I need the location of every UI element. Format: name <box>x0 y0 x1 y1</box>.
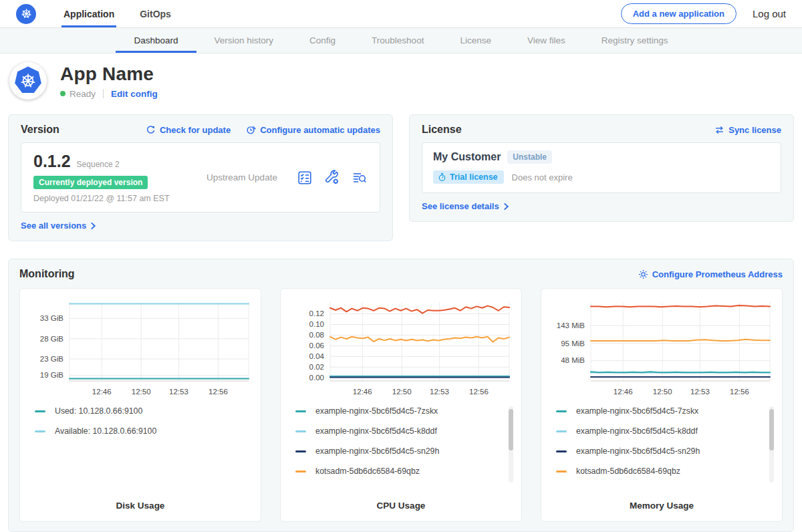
disk-usage-legend: Used: 10.128.0.66:9100Available: 10.128.… <box>35 406 253 446</box>
svg-text:19 GiB: 19 GiB <box>40 371 63 379</box>
svg-text:0.06: 0.06 <box>309 342 324 350</box>
legend-label: kotsadm-5db6dc6584-69qbz <box>315 467 420 476</box>
legend-dash-icon <box>295 410 306 412</box>
svg-text:12:53: 12:53 <box>430 388 449 396</box>
legend-label: Available: 10.128.0.66:9100 <box>55 426 156 436</box>
top-tab-gitops[interactable]: GitOps <box>138 0 173 27</box>
page-title: App Name <box>60 63 158 85</box>
legend-item: Used: 10.128.0.66:9100 <box>35 406 242 416</box>
legend-label: kotsadm-5db6dc6584-69qbz <box>576 467 680 476</box>
chevron-right-icon <box>90 222 96 230</box>
configure-prometheus-link[interactable]: Configure Prometheus Address <box>638 269 783 279</box>
wrench-gear-icon <box>324 170 340 186</box>
preflight-checks-button[interactable] <box>297 170 313 186</box>
logout-button[interactable]: Log out <box>753 8 786 19</box>
check-for-update-link[interactable]: Check for update <box>146 124 231 135</box>
tab-license[interactable]: License <box>442 28 509 53</box>
legend-dash-icon <box>35 410 45 412</box>
kubernetes-wheel-icon <box>19 72 37 90</box>
legend-item: kotsadm-5db6dc6584-69qbz <box>295 467 503 476</box>
license-summary-card: My Customer Unstable Trial license <box>422 142 781 193</box>
deployed-timestamp: Deployed 01/21/22 @ 11:57 am EST <box>33 194 187 203</box>
tab-troubleshoot[interactable]: Troubleshoot <box>354 28 442 53</box>
customer-name: My Customer <box>433 151 501 163</box>
svg-text:12:46: 12:46 <box>353 388 372 396</box>
legend-dash-icon <box>556 430 567 432</box>
svg-text:33 GiB: 33 GiB <box>40 314 63 322</box>
preflight-checklist-icon <box>297 170 313 186</box>
svg-text:0.08: 0.08 <box>309 331 324 339</box>
current-version-card: 0.1.2 Sequence 2 Currently deployed vers… <box>21 142 380 213</box>
app-sub-nav: Dashboard Version history Config Trouble… <box>0 28 802 53</box>
svg-text:0.10: 0.10 <box>309 320 324 328</box>
top-nav: Application GitOps Add a new application… <box>0 0 802 28</box>
app-icon <box>9 62 47 100</box>
legend-label: example-nginx-5bc6f5d4c5-7zskx <box>576 406 698 416</box>
legend-dash-icon <box>35 430 45 432</box>
status-badge: Ready <box>70 89 96 99</box>
svg-text:12:53: 12:53 <box>690 388 710 396</box>
memory-usage-legend: example-nginx-5bc6f5d4c5-7zskxexample-ng… <box>556 406 774 487</box>
memory-usage-chart: 12:4612:5012:5312:56143 MiB95 MiB48 MiB <box>549 297 774 398</box>
legend-item: example-nginx-5bc6f5d4c5-k8ddf <box>295 426 503 436</box>
legend-scrollbar[interactable] <box>509 406 513 483</box>
config-wrench-button[interactable] <box>324 170 340 186</box>
legend-item: example-nginx-5bc6f5d4c5-7zskx <box>295 406 503 416</box>
memory-usage-chart-card: 12:4612:5012:5312:56143 MiB95 MiB48 MiB … <box>541 288 783 522</box>
stopwatch-icon <box>438 172 446 182</box>
legend-item: Available: 10.128.0.66:9100 <box>35 426 242 436</box>
clock-refresh-icon <box>245 124 256 135</box>
app-header: App Name Ready Edit config <box>0 53 802 109</box>
svg-text:12:56: 12:56 <box>730 388 749 396</box>
legend-item: kotsadm-5db6dc6584-69qbz <box>556 467 763 476</box>
chart-title: CPU Usage <box>289 501 513 512</box>
deploy-logs-button[interactable] <box>352 170 368 186</box>
svg-text:12:50: 12:50 <box>392 388 412 396</box>
add-application-button[interactable]: Add a new application <box>621 3 737 24</box>
svg-text:12:53: 12:53 <box>169 388 188 396</box>
chart-title: Memory Usage <box>549 501 774 512</box>
refresh-icon <box>146 125 156 135</box>
legend-dash-icon <box>295 471 306 473</box>
configure-automatic-updates-link[interactable]: Configure automatic updates <box>245 124 380 135</box>
svg-text:95 MiB: 95 MiB <box>561 340 585 348</box>
license-panel-title: License <box>422 124 714 136</box>
see-license-details-link[interactable]: See license details <box>422 201 509 211</box>
monitoring-panel: Monitoring Configure Prometheus Address … <box>8 259 794 532</box>
top-tab-application[interactable]: Application <box>61 0 116 27</box>
legend-label: example-nginx-5bc6f5d4c5-k8ddf <box>315 426 437 436</box>
legend-scrollbar-thumb[interactable] <box>509 409 513 450</box>
legend-label: Used: 10.128.0.66:9100 <box>55 406 142 416</box>
tab-version-history[interactable]: Version history <box>196 28 292 53</box>
gear-icon <box>638 269 648 279</box>
legend-scrollbar[interactable] <box>769 406 774 483</box>
disk-usage-chart-card: 12:4612:5012:5312:5633 GiB28 GiB23 GiB19… <box>19 288 261 522</box>
top-nav-spacer <box>194 0 621 27</box>
version-source: Upstream Update <box>187 172 297 182</box>
legend-label: example-nginx-5bc6f5d4c5-sn29h <box>315 446 439 456</box>
legend-dash-icon <box>556 450 567 452</box>
legend-dash-icon <box>556 410 567 412</box>
version-panel: Version Check for update <box>8 114 393 241</box>
cpu-usage-chart: 12:4612:5012:5312:560.000.020.040.060.08… <box>289 297 513 398</box>
tab-view-files[interactable]: View files <box>509 28 583 53</box>
svg-text:143 MiB: 143 MiB <box>557 321 585 329</box>
kubernetes-wheel-icon <box>20 7 33 20</box>
tab-config[interactable]: Config <box>291 28 354 53</box>
tab-registry-settings[interactable]: Registry settings <box>583 28 686 53</box>
svg-text:12:56: 12:56 <box>469 388 489 396</box>
file-search-icon <box>352 170 368 186</box>
brand-logo[interactable] <box>16 0 36 27</box>
divider <box>103 89 104 98</box>
edit-config-link[interactable]: Edit config <box>111 89 158 99</box>
kubernetes-heptagon-icon <box>13 66 43 96</box>
legend-label: example-nginx-5bc6f5d4c5-sn29h <box>576 446 700 456</box>
svg-text:0.00: 0.00 <box>309 374 324 382</box>
legend-item: example-nginx-5bc6f5d4c5-sn29h <box>295 446 503 456</box>
legend-dash-icon <box>295 430 306 432</box>
sync-license-link[interactable]: Sync license <box>714 125 781 135</box>
see-all-versions-link[interactable]: See all versions <box>21 221 96 231</box>
tab-dashboard[interactable]: Dashboard <box>116 28 196 53</box>
legend-scrollbar-thumb[interactable] <box>769 409 774 450</box>
svg-text:28 GiB: 28 GiB <box>40 335 63 343</box>
